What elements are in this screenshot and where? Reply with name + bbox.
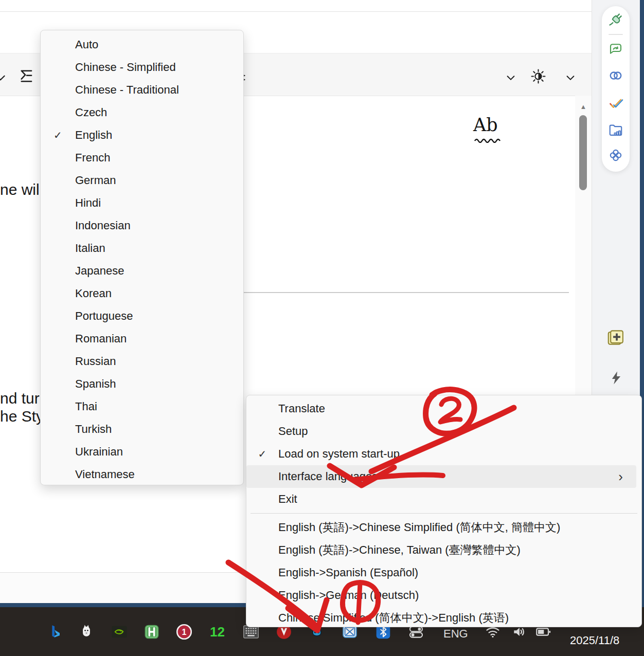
menu-item-label: Japanese <box>75 264 124 278</box>
tray-menu-item-setup[interactable]: Setup <box>246 420 641 443</box>
language-pair-label: Chinese Simplified (简体中文)->English (英语) <box>278 610 509 626</box>
language-menu-items: AutoChinese - SimplifiedChinese - Tradit… <box>41 33 243 486</box>
menu-item-label: Exit <box>278 493 297 506</box>
scrollbar-thumb[interactable] <box>579 115 587 190</box>
menu-item-label: Russian <box>75 355 116 368</box>
language-menu-item[interactable]: German <box>41 169 243 192</box>
translate-paragraph-icon[interactable] <box>19 68 35 84</box>
menu-item-label: Ukrainian <box>75 445 123 459</box>
h-app-icon[interactable] <box>144 624 160 640</box>
pill-divider <box>609 34 623 35</box>
language-menu-item[interactable]: Vietnamese <box>41 463 243 486</box>
double-check-icon[interactable] <box>608 95 623 111</box>
language-menu-item[interactable]: Japanese <box>41 260 243 282</box>
tray-menu-item-translate[interactable]: Translate <box>246 397 641 420</box>
checkmark-icon: ✓ <box>246 448 278 460</box>
taskbar-date[interactable]: 2025/11/8 <box>570 634 619 647</box>
menu-item-label: Translate <box>278 402 325 415</box>
tray-counter[interactable]: 12 <box>210 624 225 640</box>
document-text-fragment: he Sty <box>0 408 44 425</box>
menu-item-label: Romanian <box>75 332 127 345</box>
menu-item-label: Indonesian <box>75 219 131 232</box>
language-menu-item[interactable]: Russian <box>41 350 243 373</box>
language-pair-item[interactable]: English->Spanish (Español) <box>246 561 641 584</box>
language-menu-item[interactable]: Romanian <box>41 327 243 350</box>
language-menu-item[interactable]: Indonesian <box>41 214 243 237</box>
menu-item-label: Setup <box>278 425 308 438</box>
quick-action-lightning-icon[interactable] <box>609 370 624 386</box>
assistant-pill-toolbar <box>602 6 630 172</box>
menu-item-label: Auto <box>75 38 98 51</box>
language-menu-item[interactable]: Thai <box>41 395 243 418</box>
chevron-down-icon[interactable] <box>0 71 7 84</box>
menu-item-label: Interface languages <box>278 470 378 483</box>
menu-item-label: Vietnamese <box>75 468 135 481</box>
folder-chart-icon[interactable] <box>608 122 623 137</box>
tray-menu-items: TranslateSetup✓Load on system start-upIn… <box>246 397 641 511</box>
language-menu-item[interactable]: Spanish <box>41 373 243 395</box>
language-menu-item[interactable]: Chinese - Simplified <box>41 56 243 79</box>
document-text-fragment: nd tur <box>0 390 40 407</box>
brightness-contrast-icon[interactable] <box>530 68 547 85</box>
language-menu-item[interactable]: Korean <box>41 282 243 305</box>
chevron-down-icon[interactable] <box>565 72 576 83</box>
scrollbar-up-arrow[interactable]: ▲ <box>578 102 588 112</box>
menu-item-label: Czech <box>75 106 107 119</box>
add-note-icon[interactable] <box>606 328 625 348</box>
menu-item-label: Spanish <box>75 377 116 391</box>
menu-item-label: Korean <box>75 287 112 300</box>
language-pair-label: English (英語)->Chinese, Taiwan (臺灣繁體中文) <box>278 542 521 558</box>
window-top-divider <box>0 11 592 12</box>
language-pair-item[interactable]: English->German (Deutsch) <box>246 584 641 607</box>
llama-app-icon[interactable] <box>78 624 95 640</box>
document-text-fragment: ne wil <box>0 181 40 198</box>
language-menu-item[interactable]: Ukrainian <box>41 441 243 463</box>
checkmark-icon: ✓ <box>41 129 75 141</box>
clover-icon[interactable] <box>608 148 623 163</box>
highlight-style-button[interactable]: Ab <box>473 115 506 144</box>
language-menu-item[interactable]: Italian <box>41 237 243 260</box>
target-language-menu: AutoChinese - SimplifiedChinese - Tradit… <box>40 30 244 485</box>
svg-text:1: 1 <box>182 628 187 636</box>
language-pair-label: English (英語)->Chinese Simplified (简体中文, … <box>278 520 560 535</box>
plugin-plug-icon[interactable] <box>608 11 623 27</box>
menu-item-label: German <box>75 174 116 187</box>
tray-context-menu: TranslateSetup✓Load on system start-upIn… <box>246 395 642 627</box>
language-menu-item[interactable]: Auto <box>41 33 243 56</box>
highlight-style-label: Ab <box>473 115 498 135</box>
menu-separator <box>251 513 637 514</box>
bing-icon[interactable] <box>47 624 64 640</box>
tray-menu-item-load-on-system-start-up[interactable]: ✓Load on system start-up <box>246 443 641 465</box>
menu-item-label: Chinese - Traditional <box>75 83 179 97</box>
menu-item-label: Chinese - Simplified <box>75 61 176 74</box>
chevron-down-icon[interactable] <box>505 72 516 83</box>
menu-item-label: Hindi <box>75 196 101 210</box>
language-menu-item[interactable]: Portuguese <box>41 305 243 327</box>
menu-item-label: Load on system start-up <box>278 447 400 461</box>
tray-menu-pairs: English (英語)->Chinese Simplified (简体中文, … <box>246 516 641 629</box>
nvidia-icon[interactable] <box>111 624 128 640</box>
language-pair-label: English->German (Deutsch) <box>278 589 419 602</box>
language-pair-label: English->Spanish (Español) <box>278 566 418 579</box>
menu-item-label: English <box>75 129 112 142</box>
menu-item-label: Turkish <box>75 423 112 436</box>
language-menu-item[interactable]: Czech <box>41 101 243 124</box>
notification-badge-icon[interactable]: 1 <box>176 624 192 640</box>
menu-item-label: Italian <box>75 242 105 255</box>
menu-item-label: Thai <box>75 400 97 413</box>
language-pair-item[interactable]: English (英語)->Chinese Simplified (简体中文, … <box>246 516 641 539</box>
language-menu-item[interactable]: Turkish <box>41 418 243 441</box>
language-menu-item[interactable]: Hindi <box>41 192 243 214</box>
language-menu-item[interactable]: Chinese - Traditional <box>41 79 243 101</box>
language-pair-item[interactable]: Chinese Simplified (简体中文)->English (英语) <box>246 607 641 629</box>
language-pair-item[interactable]: English (英語)->Chinese, Taiwan (臺灣繁體中文) <box>246 539 641 561</box>
link-rings-icon[interactable] <box>608 68 623 83</box>
menu-item-label: French <box>75 151 110 165</box>
tray-menu-item-interface-languages[interactable]: Interface languages› <box>246 465 636 488</box>
submenu-arrow-icon: › <box>618 471 623 482</box>
tray-menu-item-exit[interactable]: Exit <box>246 488 641 511</box>
language-menu-item[interactable]: French <box>41 147 243 169</box>
menu-item-label: Portuguese <box>75 309 133 323</box>
language-menu-item[interactable]: ✓English <box>41 124 243 147</box>
translate-chat-icon[interactable] <box>608 41 623 57</box>
